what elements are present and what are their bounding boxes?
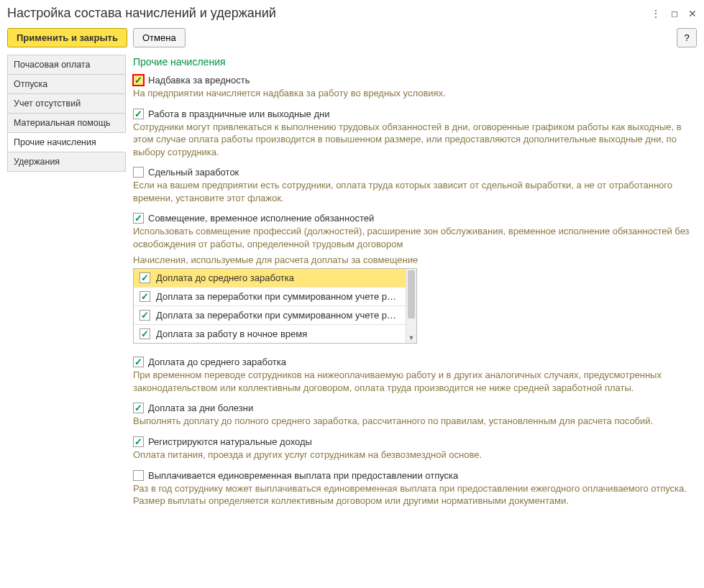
sidebar-item-label: Удержания [14,157,60,167]
list-item[interactable]: Доплата за работу в ночное время [134,325,406,343]
vacation-payout-label: Выплачивается единовременная выплата при… [148,470,458,481]
avg-pay-checkbox[interactable] [133,357,144,367]
avg-pay-label: Доплата до среднего заработка [148,357,286,367]
avg-pay-desc: При временном переводе сотрудников на ни… [133,369,692,394]
list-item-checkbox[interactable] [140,272,150,283]
sidebar: Почасовая оплата Отпуска Учет отсутствий… [7,55,126,507]
section-heading: Прочие начисления [133,56,692,68]
combine-label: Совмещение, временное исполнение обязанн… [148,213,374,224]
scrollbar[interactable]: ▼ [406,269,416,343]
list-item-label: Доплата за переработки при суммированном… [156,291,400,302]
combine-sub-caption: Начисления, используемые для расчета доп… [133,254,692,265]
kebab-icon[interactable]: ⋮ [651,9,661,19]
sidebar-item-hourly[interactable]: Почасовая оплата [7,55,126,74]
close-icon[interactable]: ✕ [688,9,697,19]
sidebar-item-financial-aid[interactable]: Материальная помощь [7,113,126,132]
list-item-checkbox[interactable] [140,310,150,321]
sidebar-item-other-accruals[interactable]: Прочие начисления [7,132,126,152]
sick-desc: Выполнять доплату до полного среднего за… [133,415,692,428]
natural-desc: Оплата питания, проезда и других услуг с… [133,449,692,461]
list-item-checkbox[interactable] [140,329,150,339]
sidebar-item-label: Почасовая оплата [14,60,90,70]
list-item-label: Доплата за работу в ночное время [156,329,307,339]
piecework-label: Сдельный заработок [148,167,239,178]
sick-checkbox[interactable] [133,403,144,413]
sidebar-item-vacations[interactable]: Отпуска [7,74,126,93]
holiday-desc: Сотрудники могут привлекаться к выполнен… [133,121,692,159]
sidebar-item-absence[interactable]: Учет отсутствий [7,93,126,113]
piecework-desc: Если на вашем предприятии есть сотрудник… [133,179,692,204]
hazard-checkbox[interactable] [133,75,144,86]
list-item-label: Доплата за переработки при суммированном… [156,310,400,321]
sidebar-item-label: Учет отсутствий [14,98,81,109]
combine-desc: Использовать совмещение профессий (должн… [133,225,692,250]
scrollbar-thumb[interactable] [408,270,415,318]
combine-list: Доплата до среднего заработка Доплата за… [133,268,417,344]
list-item[interactable]: Доплата до среднего заработка [134,269,406,288]
natural-checkbox[interactable] [133,436,144,447]
holiday-checkbox[interactable] [133,109,144,119]
page-title: Настройка состава начислений и удержаний [7,6,651,21]
cancel-button[interactable]: Отмена [133,28,186,47]
hazard-label: Надбавка за вредность [148,75,250,86]
sidebar-item-deductions[interactable]: Удержания [7,152,126,172]
list-item-checkbox[interactable] [140,291,150,302]
vacation-payout-desc: Раз в год сотруднику может выплачиваться… [133,482,692,507]
list-item-label: Доплата до среднего заработка [156,272,294,283]
apply-close-button[interactable]: Применить и закрыть [7,28,127,47]
chevron-down-icon[interactable]: ▼ [406,334,416,341]
piecework-checkbox[interactable] [133,167,144,178]
list-item[interactable]: Доплата за переработки при суммированном… [134,288,406,306]
list-item[interactable]: Доплата за переработки при суммированном… [134,306,406,325]
hazard-desc: На предприятии начисляется надбавка за р… [133,87,692,100]
sidebar-item-label: Материальная помощь [14,118,111,128]
natural-label: Регистрируются натуральные доходы [148,436,312,447]
sick-label: Доплата за дни болезни [148,403,253,413]
sidebar-item-label: Отпуска [14,79,47,89]
sidebar-item-label: Прочие начисления [14,137,96,147]
maximize-icon[interactable]: ◻ [671,9,678,18]
vacation-payout-checkbox[interactable] [133,470,144,481]
help-button[interactable]: ? [677,28,697,47]
combine-checkbox[interactable] [133,213,144,224]
holiday-label: Работа в праздничные или выходные дни [148,109,329,119]
